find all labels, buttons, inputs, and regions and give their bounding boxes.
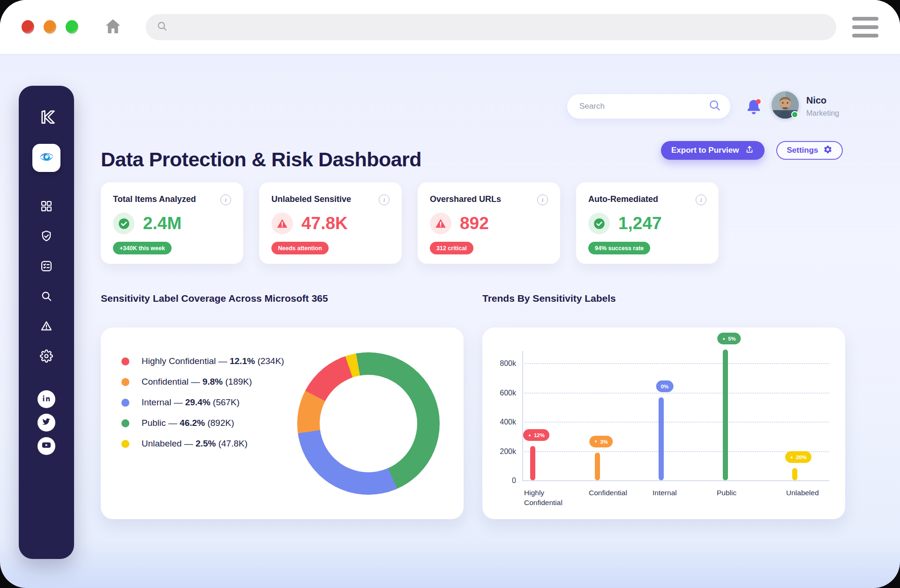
legend-label: Confidential — 9.8% (189K) xyxy=(142,377,252,387)
kpi-card-total-items-analyzed: Total Items Analyzed i 2.4M +340K this w… xyxy=(101,182,243,264)
legend-item-internal: Internal — 29.4% (567K) xyxy=(121,392,284,413)
change-badge-highly-confidential: ▲12% xyxy=(523,429,549,441)
gridline-200k xyxy=(522,451,829,452)
grid-icon xyxy=(40,200,53,215)
dashboard-search[interactable] xyxy=(567,94,730,119)
close-window-button[interactable] xyxy=(22,20,34,34)
export-to-purview-button[interactable]: Export to Purview xyxy=(661,141,765,160)
kpi-value: 1,247 xyxy=(618,214,662,233)
bar-confidential xyxy=(595,453,600,480)
x-label-highly-confidential: Highly Confidential xyxy=(524,488,576,507)
kpi-label: Overshared URLs xyxy=(430,194,501,204)
home-icon xyxy=(104,17,122,37)
info-icon[interactable]: i xyxy=(537,194,548,205)
x-label-internal: Internal xyxy=(652,488,677,498)
check-circle-icon xyxy=(113,213,135,234)
change-badge-confidential: ▼3% xyxy=(589,436,613,447)
page-title: Data Protection & Risk Dashboard xyxy=(101,148,421,171)
kpi-card-unlabeled-sensitive: Unlabeled Sensitive i 47.8K Needs attent… xyxy=(259,182,402,264)
kpi-card-auto-remediated: Auto-Remediated i 1,247 94% success rate xyxy=(576,182,719,264)
youtube-link[interactable] xyxy=(38,437,55,455)
sidebar-item-search[interactable] xyxy=(39,290,53,304)
sidebar xyxy=(19,86,74,559)
linkedin-link[interactable] xyxy=(38,390,55,408)
change-badge-public: ▲5% xyxy=(717,333,741,344)
y-tick-600k: 600k xyxy=(488,389,516,397)
legend-label: Unlabeled — 2.5% (47.8K) xyxy=(142,439,248,449)
legend-item-public: Public — 46.2% (892K) xyxy=(121,413,284,433)
minimize-window-button[interactable] xyxy=(44,20,56,34)
gear-icon xyxy=(40,350,53,365)
kpi-value: 2.4M xyxy=(143,214,181,233)
browser-search-bar[interactable] xyxy=(146,14,836,40)
kpi-value: 892 xyxy=(460,214,489,233)
x-axis xyxy=(522,480,829,481)
sidebar-item-alert-triangle[interactable] xyxy=(39,320,53,334)
legend-dot xyxy=(121,357,129,365)
search-input[interactable] xyxy=(578,101,708,112)
donut-legend: Highly Confidential — 12.1% (234K) Confi… xyxy=(121,351,284,454)
legend-item-confidential: Confidential — 9.8% (189K) xyxy=(121,372,284,392)
maximize-window-button[interactable] xyxy=(66,20,78,34)
y-tick-200k: 200k xyxy=(488,447,516,456)
info-icon[interactable]: i xyxy=(220,194,231,205)
sidebar-item-insights-app[interactable] xyxy=(32,144,60,172)
kpi-badge: Needs attention xyxy=(271,242,329,254)
x-label-confidential: Confidential xyxy=(589,488,627,498)
bar-internal xyxy=(659,397,664,480)
bar-public xyxy=(723,350,728,480)
home-button[interactable] xyxy=(103,17,123,37)
window-controls xyxy=(22,20,78,34)
settings-label: Settings xyxy=(787,146,818,155)
menu-icon xyxy=(852,17,878,21)
change-badge-internal: 0% xyxy=(656,380,674,392)
checklist-icon xyxy=(40,260,53,275)
user-role: Marketing xyxy=(806,109,839,118)
linkedin-icon xyxy=(41,393,52,405)
bar-unlabeled xyxy=(792,468,797,480)
sidebar-nav xyxy=(39,200,53,364)
legend-dot xyxy=(121,399,129,407)
online-status-dot xyxy=(791,111,798,118)
sidebar-item-checklist[interactable] xyxy=(39,260,53,274)
coverage-panel: Highly Confidential — 12.1% (234K) Confi… xyxy=(101,327,464,519)
browser-search-input[interactable] xyxy=(173,22,826,32)
change-badge-unlabeled: ▲20% xyxy=(785,451,811,463)
info-icon[interactable]: i xyxy=(696,194,706,205)
kpi-badge: 312 critical xyxy=(430,242,473,254)
alert-triangle-icon xyxy=(271,213,293,234)
bar-highly-confidential xyxy=(530,446,535,480)
sidebar-item-grid[interactable] xyxy=(39,200,53,214)
coverage-section-title: Sensitivity Label Coverage Across Micros… xyxy=(101,293,328,304)
search-icon xyxy=(708,98,722,114)
gridline-400k xyxy=(522,422,829,423)
legend-label: Highly Confidential — 12.1% (234K) xyxy=(142,356,284,366)
kpi-badge: 94% success rate xyxy=(588,242,650,254)
x-label-unlabeled: Unlabeled xyxy=(786,488,819,498)
kpi-label: Auto-Remediated xyxy=(588,194,658,204)
settings-button[interactable]: Settings xyxy=(776,141,843,160)
alert-triangle-icon xyxy=(40,320,53,335)
legend-label: Public — 46.2% (892K) xyxy=(142,418,234,428)
sidebar-item-shield-check[interactable] xyxy=(39,230,53,244)
browser-bar xyxy=(0,0,900,54)
legend-item-highly-confidential: Highly Confidential — 12.1% (234K) xyxy=(121,351,284,372)
y-tick-0: 0 xyxy=(488,476,516,485)
info-icon[interactable]: i xyxy=(379,194,390,205)
check-circle-icon xyxy=(588,213,610,234)
legend-dot xyxy=(121,419,129,427)
sidebar-item-gear[interactable] xyxy=(39,350,53,364)
trends-section-title: Trends By Sensitivity Labels xyxy=(482,293,616,304)
donut-chart xyxy=(297,352,440,495)
menu-button[interactable] xyxy=(852,17,878,37)
export-label: Export to Purview xyxy=(671,146,739,155)
notifications-button[interactable] xyxy=(744,98,763,117)
kpi-badge: +340K this week xyxy=(113,242,172,254)
kpi-label: Total Items Analyzed xyxy=(113,194,196,204)
sidebar-social xyxy=(38,390,55,455)
twitter-link[interactable] xyxy=(38,414,55,432)
kpi-card-overshared-urls: Overshared URLs i 892 312 critical xyxy=(418,182,560,264)
kpi-cards: Total Items Analyzed i 2.4M +340K this w… xyxy=(101,182,719,264)
youtube-icon xyxy=(41,440,52,452)
kpi-label: Unlabeled Sensitive xyxy=(271,194,351,204)
